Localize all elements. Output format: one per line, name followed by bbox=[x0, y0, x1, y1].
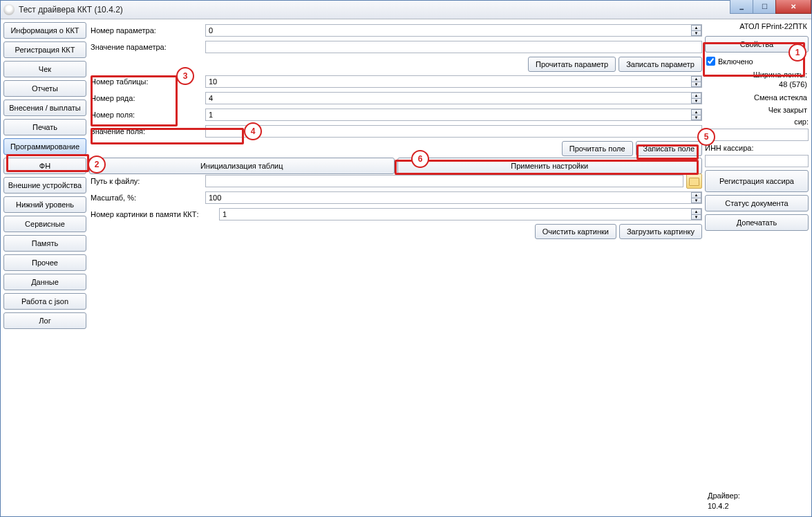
spin-down-icon[interactable] bbox=[691, 215, 701, 220]
sidebar-item-cash[interactable]: Внесения / выплаты bbox=[3, 100, 86, 116]
sidebar-item-programming[interactable]: Программирование bbox=[3, 138, 86, 155]
scale-input[interactable] bbox=[205, 191, 702, 204]
field-value-input[interactable] bbox=[205, 125, 702, 138]
clear-images-button[interactable]: Очистить картинки bbox=[535, 224, 616, 239]
window-title: Тест драйвера ККТ (10.4.2) bbox=[19, 5, 123, 15]
table-number-label: Номер таблицы: bbox=[89, 77, 201, 86]
spin-down-icon[interactable] bbox=[691, 99, 701, 104]
sidebar-item-info[interactable]: Информация о ККТ bbox=[3, 22, 86, 39]
image-number-input[interactable] bbox=[219, 208, 702, 220]
load-image-button[interactable]: Загрузить картинку bbox=[619, 224, 702, 239]
write-param-button[interactable]: Записать параметр bbox=[619, 57, 702, 72]
cashier-input[interactable] bbox=[705, 129, 809, 141]
spin-down-icon[interactable] bbox=[691, 82, 701, 88]
read-param-button[interactable]: Прочитать параметр bbox=[528, 57, 616, 72]
minimize-button[interactable] bbox=[730, 0, 753, 14]
sidebar-item-receipt[interactable]: Чек bbox=[3, 61, 86, 77]
param-number-input[interactable] bbox=[205, 24, 702, 37]
sidebar: Информация о ККТ Регистрация ККТ Чек Отч… bbox=[3, 22, 86, 514]
spin-up-icon[interactable] bbox=[691, 76, 701, 82]
sidebar-item-reports[interactable]: Отчеты bbox=[3, 80, 86, 97]
sidebar-item-service[interactable]: Сервисные bbox=[3, 216, 86, 232]
apply-settings-button[interactable]: Применить настройки bbox=[397, 158, 703, 174]
device-name: АТОЛ FPrint-22ПТК bbox=[705, 22, 809, 33]
sidebar-item-lowlevel[interactable]: Нижний уровень bbox=[3, 196, 86, 213]
field-number-input[interactable] bbox=[205, 109, 702, 121]
sidebar-item-other[interactable]: Прочее bbox=[3, 254, 86, 271]
read-field-button[interactable]: Прочитать поле bbox=[562, 141, 633, 156]
scale-label: Масштаб, %: bbox=[89, 194, 201, 202]
app-window: Тест драйвера ККТ (10.4.2) Информация о … bbox=[0, 0, 812, 517]
main-panel: Номер параметра: Значение параметра: Про… bbox=[89, 22, 702, 514]
enabled-checkbox[interactable] bbox=[706, 57, 715, 66]
table-number-input[interactable] bbox=[205, 75, 702, 88]
sidebar-item-print[interactable]: Печать bbox=[3, 119, 86, 135]
spin-up-icon[interactable] bbox=[691, 25, 701, 31]
sidebar-item-data[interactable]: Данные bbox=[3, 274, 86, 290]
row-number-label: Номер ряда: bbox=[89, 94, 201, 102]
file-path-input[interactable] bbox=[205, 175, 683, 187]
cashier-inn-input[interactable] bbox=[705, 155, 809, 167]
spin-up-icon[interactable] bbox=[691, 109, 701, 115]
init-tables-button[interactable]: Инициализация таблиц bbox=[89, 158, 395, 174]
titlebar: Тест драйвера ККТ (10.4.2) bbox=[1, 1, 811, 19]
sidebar-item-registration[interactable]: Регистрация ККТ bbox=[3, 41, 86, 58]
sidebar-item-memory[interactable]: Память bbox=[3, 235, 86, 252]
register-cashier-button[interactable]: Регистрация кассира bbox=[705, 170, 809, 192]
maximize-button[interactable] bbox=[753, 0, 776, 14]
spin-up-icon[interactable] bbox=[691, 209, 701, 215]
shift-status: Смена истекла bbox=[705, 93, 809, 102]
spin-down-icon[interactable] bbox=[691, 115, 701, 121]
write-field-button[interactable]: Записать поле bbox=[636, 141, 702, 156]
field-value-label: Значение поля: bbox=[89, 127, 201, 135]
properties-button[interactable]: Свойства bbox=[705, 36, 809, 53]
spin-up-icon[interactable] bbox=[691, 192, 701, 198]
spin-down-icon[interactable] bbox=[691, 198, 701, 204]
browse-folder-icon[interactable] bbox=[686, 173, 702, 189]
spin-up-icon[interactable] bbox=[691, 93, 701, 99]
driver-version: Драйвер: 10.4.2 bbox=[708, 491, 740, 511]
cashier-inn-label: ИНН кассира: bbox=[705, 144, 809, 152]
sidebar-item-json[interactable]: Работа с json bbox=[3, 293, 86, 310]
enabled-label: Включено bbox=[718, 57, 753, 66]
param-value-label: Значение параметра: bbox=[89, 43, 201, 51]
app-icon bbox=[3, 4, 15, 15]
doc-status-button[interactable]: Статус документа bbox=[705, 195, 809, 212]
image-number-label: Номер картинки в памяти ККТ: bbox=[89, 210, 215, 218]
reprint-button[interactable]: Допечатать bbox=[705, 214, 809, 231]
receipt-status: Чек закрыт bbox=[705, 105, 809, 115]
tape-width-value: 48 (576) bbox=[705, 79, 807, 89]
sidebar-item-fn[interactable]: ФН bbox=[3, 158, 86, 174]
file-path-label: Путь к файлу: bbox=[89, 177, 201, 185]
cashier-label-partial: сир: bbox=[705, 118, 809, 126]
sidebar-item-log[interactable]: Лог bbox=[3, 312, 86, 329]
param-value-input[interactable] bbox=[205, 41, 702, 53]
tape-width-label: Ширина ленты: bbox=[705, 70, 807, 79]
row-number-input[interactable] bbox=[205, 92, 702, 104]
close-button[interactable] bbox=[775, 0, 811, 14]
spin-down-icon[interactable] bbox=[691, 31, 701, 37]
field-number-label: Номер поля: bbox=[89, 111, 201, 119]
param-number-label: Номер параметра: bbox=[89, 26, 201, 35]
right-panel: АТОЛ FPrint-22ПТК Свойства Включено Шири… bbox=[705, 22, 809, 514]
sidebar-item-external[interactable]: Внешние устройства bbox=[3, 177, 86, 194]
